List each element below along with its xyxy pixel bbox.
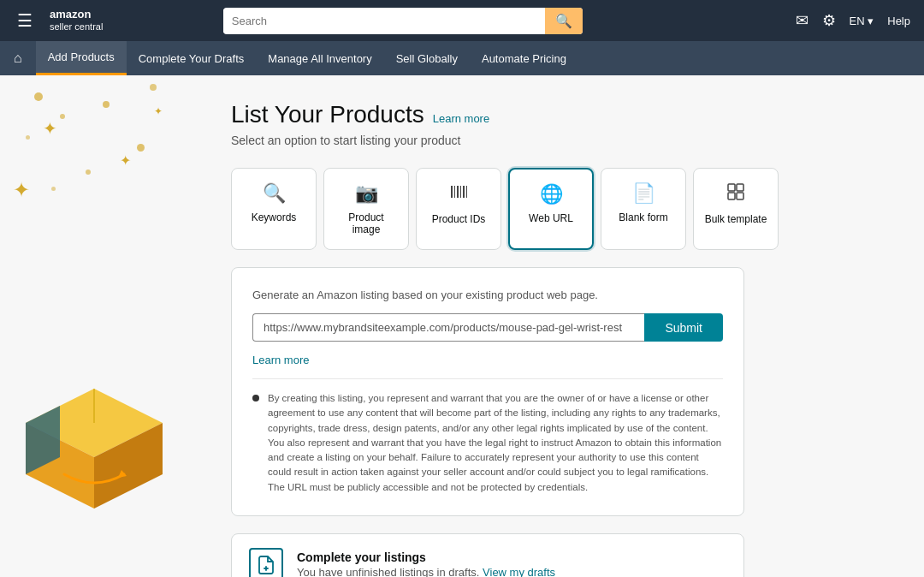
- top-navigation: ☰ amazonseller central 🔍 ✉ ⚙ EN ▾ Help: [0, 0, 924, 41]
- secondary-navigation: ⌂ Add Products Complete Your Drafts Mana…: [0, 41, 924, 75]
- svg-rect-13: [737, 184, 743, 191]
- url-input-row: Submit: [252, 313, 723, 342]
- keywords-icon: 🔍: [263, 182, 286, 205]
- option-product-ids[interactable]: Product IDs: [416, 168, 501, 250]
- search-button[interactable]: 🔍: [545, 8, 583, 34]
- left-decoration: ✦ ✦ ✦ ✦: [0, 75, 197, 577]
- main-content: ✦ ✦ ✦ ✦ List Your Products Learn more: [0, 75, 924, 577]
- legal-bullet: [252, 395, 259, 402]
- hamburger-menu[interactable]: ☰: [14, 7, 36, 34]
- logo: amazonseller central: [50, 9, 103, 33]
- svg-rect-11: [466, 186, 467, 198]
- nav-right: ✉ ⚙ EN ▾ Help: [796, 11, 910, 30]
- settings-icon[interactable]: ⚙: [822, 11, 836, 30]
- url-input-section: Generate an Amazon listing based on your…: [231, 267, 744, 516]
- draft-title: Complete your listings: [297, 550, 555, 564]
- mail-icon[interactable]: ✉: [796, 11, 808, 30]
- svg-rect-7: [454, 186, 455, 198]
- nav-automate-pricing[interactable]: Automate Pricing: [470, 41, 578, 75]
- draft-icon: [249, 548, 283, 577]
- option-web-url[interactable]: 🌐 Web URL: [508, 168, 594, 250]
- submit-button[interactable]: Submit: [644, 313, 723, 342]
- svg-rect-10: [463, 186, 465, 198]
- web-url-icon: 🌐: [540, 183, 563, 205]
- nav-add-products[interactable]: Add Products: [36, 41, 127, 75]
- option-keywords[interactable]: 🔍 Keywords: [231, 168, 317, 250]
- svg-rect-9: [460, 186, 461, 198]
- bulk-template-icon: [726, 182, 745, 206]
- search-input[interactable]: [223, 9, 545, 33]
- svg-rect-8: [457, 186, 459, 198]
- nav-sell-globally[interactable]: Sell Globally: [384, 41, 470, 75]
- url-learn-more-link[interactable]: Learn more: [252, 354, 309, 366]
- product-ids-icon: [449, 182, 468, 206]
- content-area: List Your Products Learn more Select an …: [197, 75, 924, 577]
- svg-rect-15: [737, 193, 743, 199]
- language-selector[interactable]: EN ▾: [850, 15, 874, 27]
- product-image-icon: 📷: [355, 182, 378, 205]
- nav-manage-inventory[interactable]: Manage All Inventory: [256, 41, 383, 75]
- legal-section: By creating this listing, you represent …: [252, 378, 723, 495]
- search-bar: 🔍: [223, 8, 583, 34]
- url-input[interactable]: [252, 313, 644, 342]
- option-web-url-label: Web URL: [529, 212, 573, 224]
- blank-form-icon: 📄: [632, 182, 655, 205]
- option-blank-form-label: Blank form: [619, 211, 667, 223]
- help-link[interactable]: Help: [887, 15, 910, 27]
- page-title: List Your Products Learn more: [231, 101, 890, 128]
- view-drafts-link[interactable]: View my drafts: [483, 566, 555, 577]
- learn-more-row: Learn more: [252, 354, 723, 366]
- logo-text: amazonseller central: [50, 9, 103, 33]
- svg-rect-14: [728, 193, 735, 199]
- svg-rect-12: [728, 184, 735, 191]
- home-icon[interactable]: ⌂: [14, 51, 22, 66]
- option-bulk-template[interactable]: Bulk template: [693, 168, 779, 250]
- draft-section: Complete your listings You have unfinish…: [231, 533, 744, 577]
- option-bulk-template-label: Bulk template: [705, 213, 767, 225]
- page-subtitle: Select an option to start listing your p…: [231, 134, 890, 147]
- url-section-description: Generate an Amazon listing based on your…: [252, 288, 723, 301]
- draft-text-area: Complete your listings You have unfinish…: [297, 550, 555, 577]
- option-blank-form[interactable]: 📄 Blank form: [601, 168, 686, 250]
- nav-complete-drafts[interactable]: Complete Your Drafts: [127, 41, 257, 75]
- svg-rect-6: [451, 186, 453, 198]
- draft-subtitle: You have unfinished listings in drafts. …: [297, 566, 555, 577]
- page-learn-more-link[interactable]: Learn more: [433, 112, 489, 125]
- listing-options-row: 🔍 Keywords 📷 Product image: [231, 168, 890, 250]
- option-keywords-label: Keywords: [252, 211, 297, 223]
- option-product-ids-label: Product IDs: [432, 213, 486, 225]
- legal-text: By creating this listing, you represent …: [268, 391, 723, 495]
- amazon-box-illustration: [17, 372, 171, 526]
- option-product-image-label: Product image: [335, 211, 398, 235]
- option-product-image[interactable]: 📷 Product image: [323, 168, 409, 250]
